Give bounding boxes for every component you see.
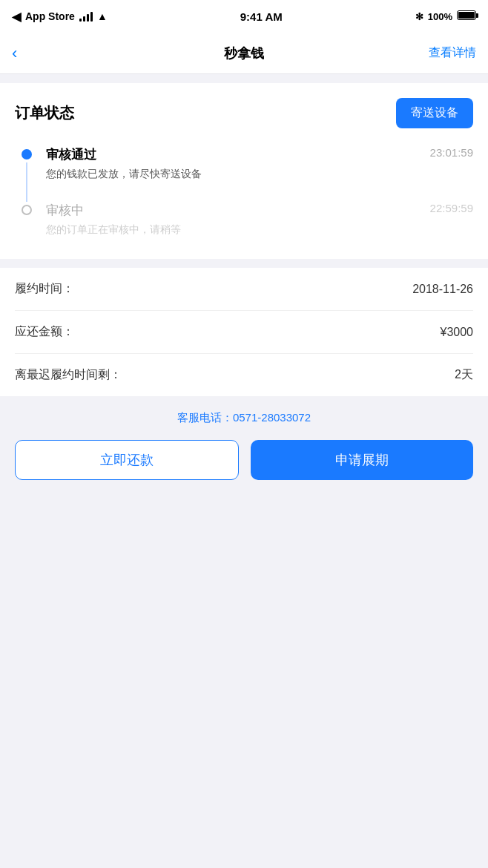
date-value: 2018-11-26 <box>412 283 473 296</box>
back-button[interactable]: ‹ <box>12 41 23 66</box>
timeline-dot-active <box>22 149 32 160</box>
wifi-icon: ▲ <box>97 10 108 22</box>
amount-label: 应还金额： <box>15 324 74 340</box>
customer-service-text: 客服电话：0571-28033072 <box>15 411 473 425</box>
order-status-section: 订单状态 寄送设备 审核通过 23:01:59 您的钱款已发放，请尽快寄送设备 <box>0 83 488 259</box>
nav-bar: ‹ 秒拿钱 查看详情 <box>0 33 488 74</box>
timeline-desc-2: 您的订单正在审核中，请稍等 <box>46 223 473 237</box>
timeline-status-1: 审核通过 <box>46 146 96 163</box>
timeline-content-1: 审核通过 23:01:59 您的钱款已发放，请尽快寄送设备 <box>36 146 473 202</box>
bluetooth-icon: ✻ <box>415 11 423 22</box>
info-section: 履约时间： 2018-11-26 应还金额： ¥3000 离最迟履约时间剩： 2… <box>0 268 488 396</box>
remaining-value: 2天 <box>455 367 473 383</box>
info-row-date: 履约时间： 2018-11-26 <box>15 268 473 311</box>
order-status-title: 订单状态 <box>15 103 74 123</box>
extension-button[interactable]: 申请展期 <box>251 440 473 480</box>
date-label: 履约时间： <box>15 281 74 297</box>
timeline-status-2: 审核中 <box>46 202 84 219</box>
timeline-item-2: 审核中 22:59:59 您的订单正在审核中，请稍等 <box>18 202 473 237</box>
amount-value: ¥3000 <box>441 326 474 339</box>
info-row-amount: 应还金额： ¥3000 <box>15 311 473 354</box>
timeline-time-2: 22:59:59 <box>430 202 473 214</box>
timeline: 审核通过 23:01:59 您的钱款已发放，请尽快寄送设备 审核中 22:59:… <box>15 146 473 237</box>
repay-button[interactable]: 立即还款 <box>15 440 239 480</box>
back-indicator: ◀ <box>12 10 21 24</box>
timeline-dot-inactive <box>22 205 32 215</box>
timeline-time-1: 23:01:59 <box>430 146 473 159</box>
status-left: ◀ App Store ▲ <box>12 10 108 24</box>
timeline-left-2 <box>18 202 36 237</box>
carrier-label: App Store <box>25 10 75 22</box>
remaining-label: 离最迟履约时间剩： <box>15 367 122 383</box>
timeline-row-2: 审核中 22:59:59 <box>46 202 473 219</box>
timeline-line-1 <box>26 162 27 202</box>
timeline-content-2: 审核中 22:59:59 您的订单正在审核中，请稍等 <box>36 202 473 237</box>
bottom-buttons: 立即还款 申请展期 <box>0 440 488 495</box>
status-time: 9:41 AM <box>240 10 283 23</box>
send-device-button[interactable]: 寄送设备 <box>396 98 473 128</box>
battery-icon <box>457 10 476 22</box>
battery-label: 100% <box>428 11 452 22</box>
status-right: ✻ 100% <box>415 10 476 22</box>
view-details-button[interactable]: 查看详情 <box>429 45 476 61</box>
footer-section: 客服电话：0571-28033072 <box>0 396 488 425</box>
order-status-header: 订单状态 寄送设备 <box>15 98 473 128</box>
page-title: 秒拿钱 <box>224 45 264 62</box>
timeline-row-1: 审核通过 23:01:59 <box>46 146 473 163</box>
signal-icon <box>79 11 93 22</box>
status-bar: ◀ App Store ▲ 9:41 AM ✻ 100% <box>0 0 488 33</box>
info-row-remaining: 离最迟履约时间剩： 2天 <box>15 354 473 396</box>
timeline-left-1 <box>18 146 36 202</box>
timeline-item-1: 审核通过 23:01:59 您的钱款已发放，请尽快寄送设备 <box>18 146 473 202</box>
timeline-desc-1: 您的钱款已发放，请尽快寄送设备 <box>46 168 473 181</box>
